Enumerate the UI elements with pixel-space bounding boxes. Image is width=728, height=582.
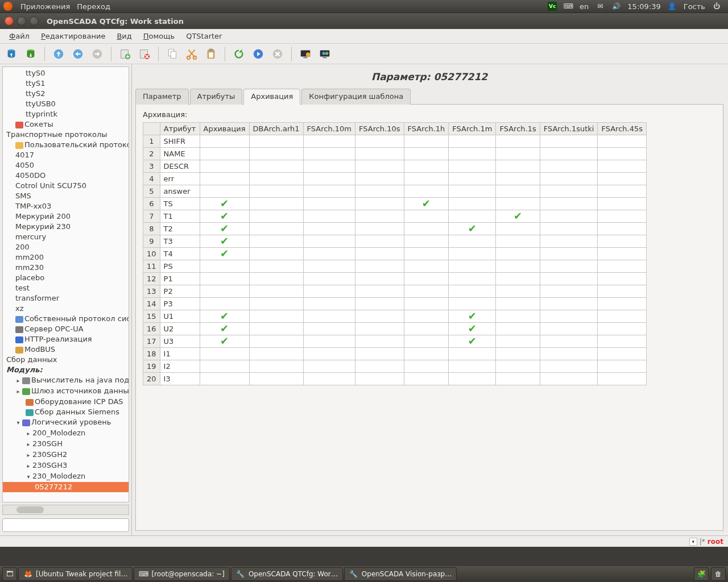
add-item-button[interactable] [117,46,133,62]
table-row[interactable]: 6TS✔✔ [143,198,647,210]
table-header[interactable]: DBArch.arh1 [249,123,303,135]
apps-menu[interactable]: Приложения [20,2,70,11]
table-row[interactable]: 3DESCR [143,160,647,173]
table-row[interactable]: 13P2 [143,285,647,298]
tree-item[interactable]: ▸230SGH3 [3,460,129,471]
table-row[interactable]: 14P3 [143,298,647,310]
table-row[interactable]: 8T2✔✔ [143,223,647,235]
table-row[interactable]: 18I1 [143,348,647,360]
ubuntu-logo-icon[interactable] [3,2,13,11]
tree-item[interactable]: ▸230SGH2 [3,450,129,460]
tree-item[interactable]: ModBUS [3,344,129,355]
menu-view[interactable]: Вид [117,32,131,40]
nav-forward-button[interactable] [89,46,105,62]
table-row[interactable]: 2NAME [143,148,647,160]
tree-item[interactable]: Меркурий 230 [3,222,129,232]
tree-item[interactable]: mercury [3,232,129,242]
menu-qtstarter[interactable]: QTStarter [186,32,222,40]
nav-back-button[interactable] [70,46,86,62]
tray-icon[interactable]: 🧩 [694,567,709,581]
lang-indicator[interactable]: en [580,2,589,11]
table-header[interactable]: Атрибут [160,123,200,135]
stop-button[interactable] [270,46,286,62]
run-button[interactable] [250,46,266,62]
trash-icon[interactable]: 🗑 [711,567,726,581]
tree-item[interactable]: Собственный протокол системы [3,314,129,324]
clock[interactable]: 15:09:39 [627,2,660,11]
table-row[interactable]: 10T4✔ [143,248,647,260]
tab-param[interactable]: Параметр [135,89,189,105]
table-row[interactable]: 15U1✔✔ [143,310,647,323]
table-header[interactable]: FSArch.1sutki [540,123,598,135]
tree-item[interactable]: transformer [3,293,129,304]
paste-button[interactable] [203,46,219,62]
taskbar-item[interactable]: 🔧OpenSCADA QTCfg: Wor… [231,567,343,581]
tree-item[interactable]: mm230 [3,263,129,273]
user-indicator-icon[interactable]: 👤 [668,2,677,11]
tree-item[interactable]: ▸Вычислитель на java подобном языке [3,375,129,386]
table-row[interactable]: 17U3✔✔ [143,335,647,348]
power-icon[interactable]: ⏻ [712,2,721,11]
menu-edit[interactable]: Редактирование [41,32,105,40]
table-header[interactable]: FSArch.1s [496,123,540,135]
tab-template[interactable]: Конфигурация шаблона [301,89,411,105]
nav-tree[interactable]: ttyS0ttyS1ttyS2ttyUSB0ttyprintkСокетыТра… [2,66,129,502]
tree-item[interactable]: Пользовательский протокол [3,140,129,150]
tree-item[interactable]: ttyUSB0 [3,99,129,109]
tree-item[interactable]: placebo [3,273,129,283]
close-icon[interactable] [5,16,14,26]
table-row[interactable]: 16U2✔✔ [143,323,647,335]
delete-item-button[interactable] [136,46,152,62]
minimize-icon[interactable] [17,16,26,26]
tree-item[interactable]: ▾Логический уровень [3,417,129,428]
table-row[interactable]: 19I2 [143,360,647,373]
tree-item[interactable]: Меркурий 200 [3,211,129,222]
tree-item[interactable]: mm200 [3,252,129,263]
tree-item[interactable]: 4050 [3,160,129,171]
menu-help[interactable]: Помощь [143,32,175,40]
tab-arch[interactable]: Архивация [243,89,300,105]
table-row[interactable]: 9T3✔ [143,235,647,248]
keyboard-indicator-icon[interactable]: ⌨ [564,2,573,11]
tree-item[interactable]: ttyS1 [3,78,129,89]
table-row[interactable]: 12P1 [143,273,647,285]
taskbar-item[interactable]: ⌨[root@openscada: ~] [134,567,229,581]
tree-item[interactable]: test [3,283,129,293]
table-header[interactable]: FSArch.10s [355,123,404,135]
tree-item[interactable]: ▸230SGH [3,439,129,450]
tree-item[interactable]: ▸200_Molodezn [3,428,129,439]
refresh-button[interactable] [231,46,247,62]
qtcfg-launch-button[interactable] [297,46,313,62]
user-label[interactable]: Гость [684,2,705,11]
tree-item[interactable]: 4017 [3,150,129,160]
maximize-icon[interactable] [30,16,39,26]
db-save-button[interactable] [23,46,39,62]
table-row[interactable]: 1SHIFR [143,135,647,148]
copy-button[interactable] [164,46,180,62]
tree-item[interactable]: Сбор данных [3,355,129,365]
table-header[interactable]: Архивация [200,123,249,135]
tree-item[interactable]: ttyS0 [3,68,129,78]
archive-table[interactable]: АтрибутАрхивацияDBArch.arh1FSArch.10mFSA… [143,122,647,385]
tree-item[interactable]: Транспортные протоколы [3,130,129,140]
nav-up-button[interactable] [51,46,67,62]
volume-indicator-icon[interactable]: 🔊 [611,2,621,11]
table-header[interactable]: FSArch.45s [598,123,647,135]
db-load-button[interactable] [3,46,19,62]
mail-indicator-icon[interactable]: ✉ [595,2,605,11]
vnc-indicator-icon[interactable]: Vc [548,2,557,11]
go-menu[interactable]: Переход [77,2,110,11]
tree-item[interactable]: 05277212 [3,482,129,492]
menu-file[interactable]: Файл [9,32,30,40]
show-desktop-button[interactable]: 🗔 [2,567,17,581]
tree-item[interactable]: Сокеты [3,119,129,130]
table-row[interactable]: 5answer [143,185,647,198]
tree-item[interactable]: 200 [3,242,129,252]
table-row[interactable]: 7T1✔✔ [143,210,647,223]
search-input[interactable] [2,518,129,532]
tree-item[interactable]: ttyprintk [3,109,129,119]
table-row[interactable]: 20I3 [143,373,647,385]
tree-item[interactable]: Cotrol Unit SCU750 [3,181,129,191]
table-row[interactable]: 11PS [143,260,647,273]
tree-item[interactable]: ▸Шлюз источников данных [3,386,129,397]
